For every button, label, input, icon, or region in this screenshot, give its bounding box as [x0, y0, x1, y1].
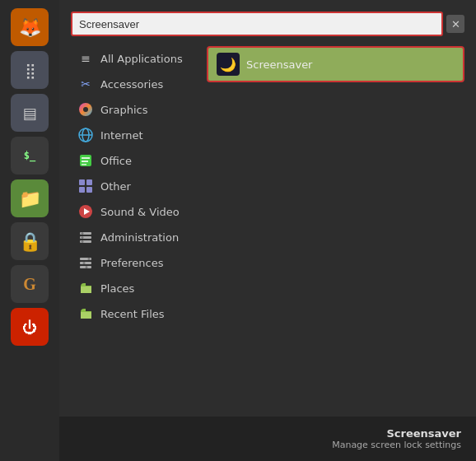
- sidebar: 🦊 ⣿ ▤ $_ 📁 🔒 G ⏻: [0, 0, 59, 461]
- category-list: ≡ All Applications ✂ Accessories: [71, 46, 198, 417]
- category-graphics[interactable]: Graphics: [71, 97, 198, 122]
- svg-rect-22: [80, 262, 91, 264]
- svg-rect-12: [86, 187, 92, 193]
- update-icon: G: [23, 275, 36, 294]
- category-accessories-label: Accessories: [100, 78, 163, 91]
- folder-icon: 📁: [19, 189, 41, 209]
- category-graphics-label: Graphics: [100, 104, 147, 116]
- moon-icon: 🌙: [220, 57, 236, 72]
- search-bar: ✕: [71, 12, 464, 36]
- main-panel: ✕ ≡ All Applications ✂ Accessories: [59, 0, 476, 461]
- svg-rect-7: [82, 161, 88, 162]
- svg-point-20: [82, 240, 84, 243]
- svg-rect-28: [81, 312, 91, 319]
- bottom-description: Manage screen lock settings: [332, 440, 461, 450]
- category-other-label: Other: [100, 180, 131, 193]
- bottom-bar: Screensaver Manage screen lock settings: [59, 417, 476, 461]
- category-other[interactable]: Other: [71, 174, 198, 198]
- category-internet[interactable]: Internet: [71, 123, 198, 147]
- sidebar-firefox-icon[interactable]: 🦊: [11, 8, 49, 46]
- recent-files-icon: [77, 305, 94, 322]
- svg-point-18: [82, 232, 84, 235]
- category-places-label: Places: [100, 282, 134, 295]
- clear-icon: ✕: [451, 18, 460, 30]
- firefox-icon: 🦊: [19, 17, 41, 38]
- screensaver-result-label: Screensaver: [246, 58, 312, 71]
- bottom-info: Screensaver Manage screen lock settings: [332, 427, 461, 450]
- search-input[interactable]: [71, 12, 443, 36]
- result-screensaver[interactable]: 🌙 Screensaver: [207, 46, 464, 82]
- category-office[interactable]: Office: [71, 148, 198, 173]
- internet-icon: [77, 127, 94, 143]
- sound-video-icon: [77, 203, 94, 220]
- sidebar-unity-icon[interactable]: ▤: [11, 94, 49, 132]
- content-area: ≡ All Applications ✂ Accessories: [71, 46, 464, 417]
- sidebar-lock-icon[interactable]: 🔒: [11, 222, 49, 260]
- svg-rect-8: [82, 164, 86, 165]
- sidebar-power-icon[interactable]: ⏻: [11, 308, 49, 346]
- places-icon: [77, 280, 94, 296]
- category-recent-files-label: Recent Files: [100, 308, 165, 320]
- sidebar-terminal-icon[interactable]: $_: [11, 137, 49, 175]
- office-icon: [77, 152, 94, 169]
- category-sound-video[interactable]: Sound & Video: [71, 199, 198, 224]
- clear-search-button[interactable]: ✕: [446, 15, 464, 33]
- category-preferences[interactable]: Preferences: [71, 250, 198, 275]
- accessories-icon: ✂: [77, 76, 94, 92]
- svg-point-25: [83, 262, 86, 264]
- lock-icon: 🔒: [19, 231, 41, 252]
- category-preferences-label: Preferences: [100, 257, 163, 269]
- results-list: 🌙 Screensaver: [198, 46, 464, 417]
- preferences-icon: [77, 254, 94, 271]
- grid-icon: ⣿: [25, 62, 34, 79]
- svg-point-24: [88, 258, 91, 260]
- terminal-icon: $_: [24, 150, 35, 161]
- svg-point-26: [86, 266, 88, 268]
- other-icon: [77, 178, 94, 194]
- svg-rect-11: [79, 187, 85, 193]
- svg-point-19: [82, 236, 84, 239]
- category-administration[interactable]: Administration: [71, 225, 198, 249]
- sidebar-grid-icon[interactable]: ⣿: [11, 51, 49, 89]
- category-places[interactable]: Places: [71, 276, 198, 300]
- category-office-label: Office: [100, 155, 132, 167]
- unity-icon: ▤: [22, 105, 36, 122]
- category-accessories[interactable]: ✂ Accessories: [71, 72, 198, 96]
- svg-rect-9: [79, 179, 85, 185]
- sidebar-folder-icon[interactable]: 📁: [11, 179, 49, 217]
- screensaver-result-icon: 🌙: [217, 53, 240, 76]
- sidebar-update-icon[interactable]: G: [11, 265, 49, 303]
- category-all-label: All Applications: [100, 53, 183, 65]
- category-sound-video-label: Sound & Video: [100, 206, 180, 218]
- category-recent-files[interactable]: Recent Files: [71, 301, 198, 326]
- svg-rect-6: [82, 157, 90, 159]
- power-icon: ⏻: [22, 319, 37, 336]
- all-applications-icon: ≡: [77, 50, 94, 67]
- svg-rect-10: [86, 179, 92, 185]
- svg-point-1: [83, 107, 88, 112]
- bottom-title: Screensaver: [332, 427, 461, 440]
- svg-rect-27: [81, 286, 91, 293]
- category-administration-label: Administration: [100, 231, 179, 244]
- administration-icon: [77, 229, 94, 245]
- graphics-icon: [77, 101, 94, 118]
- category-all-applications[interactable]: ≡ All Applications: [71, 46, 198, 71]
- category-internet-label: Internet: [100, 129, 143, 142]
